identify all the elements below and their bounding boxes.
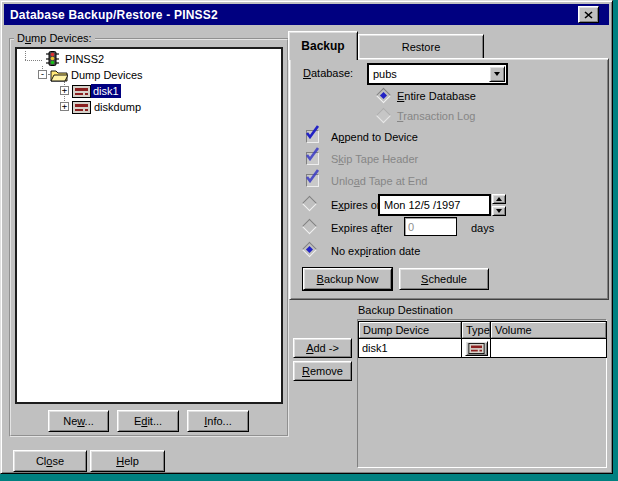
- tab-restore[interactable]: Restore: [358, 34, 484, 58]
- destination-grid: Dump Device Type Volume disk1: [358, 321, 607, 358]
- backup-now-button[interactable]: Backup Now: [303, 268, 392, 290]
- expires-on-label: Expires on: [331, 199, 383, 211]
- row-type-cell[interactable]: [462, 339, 490, 357]
- help-button[interactable]: Help: [90, 450, 165, 472]
- check-icon: [304, 124, 321, 139]
- collapse-toggle[interactable]: -: [38, 70, 47, 79]
- backup-destination-label: Backup Destination: [358, 304, 453, 316]
- append-to-device-label: Append to Device: [331, 131, 418, 143]
- tree-item-dump-devices[interactable]: - Dump Devices: [17, 67, 281, 83]
- expires-on-date-field[interactable]: Mon 12/5 /1997: [378, 194, 491, 216]
- close-dialog-button[interactable]: Close: [13, 450, 87, 472]
- column-header-dump-device[interactable]: Dump Device: [359, 322, 461, 338]
- schedule-button[interactable]: Schedule: [399, 268, 489, 290]
- expires-after-label: Expires after: [331, 222, 393, 234]
- entire-database-label: Entire Database: [397, 90, 476, 102]
- tree-item-label: PINSS2: [63, 52, 106, 66]
- tree-item-label: diskdump: [92, 100, 143, 114]
- column-header-type[interactable]: Type: [462, 322, 490, 338]
- dialog-window: Database Backup/Restore - PINSS2 Dump De…: [0, 0, 613, 474]
- database-value: pubs: [373, 68, 397, 80]
- date-spinner: [492, 194, 506, 216]
- database-label: Database:: [303, 67, 353, 79]
- chevron-down-icon: [494, 72, 500, 76]
- check-icon: [304, 168, 321, 183]
- titlebar[interactable]: Database Backup/Restore - PINSS2: [4, 4, 609, 25]
- expand-toggle[interactable]: +: [60, 102, 69, 111]
- dropdown-button[interactable]: [489, 66, 505, 82]
- expand-toggle[interactable]: +: [60, 86, 69, 95]
- skip-tape-header-label: Skip Tape Header: [331, 153, 418, 165]
- device-icon: [72, 101, 91, 116]
- remove-button[interactable]: Remove: [293, 361, 352, 381]
- database-combobox[interactable]: pubs: [367, 63, 508, 85]
- transaction-log-label: Transaction Log: [397, 110, 475, 122]
- arrow-down-icon: [496, 209, 502, 213]
- add-button[interactable]: Add ->: [293, 338, 352, 358]
- tree-item-label-selected: disk1: [91, 84, 121, 98]
- days-label: days: [471, 222, 494, 234]
- row-dump-device-cell[interactable]: disk1: [359, 339, 461, 357]
- spin-down-button[interactable]: [492, 206, 506, 216]
- spin-up-button[interactable]: [492, 194, 506, 204]
- tree-item-disk1[interactable]: + disk1: [17, 83, 281, 99]
- tree-item-diskdump[interactable]: + diskdump: [17, 99, 281, 115]
- tab-backup[interactable]: Backup: [288, 31, 358, 60]
- close-icon: [584, 11, 593, 19]
- tree-item-server[interactable]: PINSS2: [17, 51, 281, 67]
- info-button[interactable]: Info...: [187, 410, 249, 432]
- window-title: Database Backup/Restore - PINSS2: [10, 8, 218, 22]
- dump-devices-group-label: Dump Devices:: [14, 32, 95, 44]
- device-icon: [72, 85, 91, 100]
- desktop: { "colors": { "desktop": "#008080", "tit…: [0, 0, 618, 481]
- device-icon: [465, 341, 488, 356]
- arrow-up-icon: [496, 197, 502, 201]
- expires-after-input[interactable]: [404, 217, 457, 236]
- close-button[interactable]: [578, 6, 599, 23]
- new-button[interactable]: New...: [48, 410, 109, 432]
- folder-icon: [50, 69, 68, 84]
- edit-button[interactable]: Edit...: [117, 410, 179, 432]
- column-header-volume[interactable]: Volume: [491, 322, 606, 338]
- row-volume-cell[interactable]: [491, 339, 606, 357]
- tree-item-label: Dump Devices: [69, 68, 145, 82]
- device-tree[interactable]: PINSS2 - Dump Devices +: [15, 47, 283, 404]
- unload-tape-label: Unload Tape at End: [331, 175, 427, 187]
- check-icon: [304, 146, 321, 161]
- no-expiration-label: No expiration date: [331, 245, 420, 257]
